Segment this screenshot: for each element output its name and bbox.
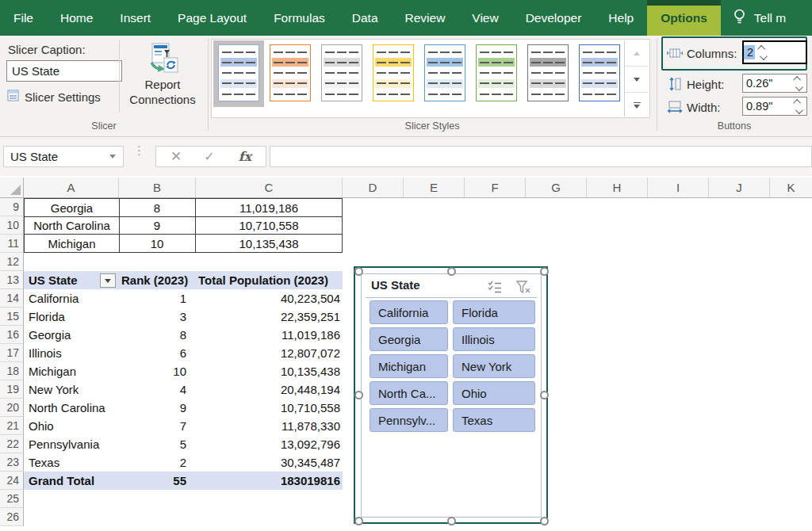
column-header-B[interactable]: B	[119, 178, 196, 197]
cell-C14[interactable]: 40,223,504	[196, 289, 343, 308]
column-header-K[interactable]: K	[770, 178, 812, 197]
tab-data[interactable]: Data	[339, 0, 392, 36]
slicer-style-green[interactable]	[476, 44, 517, 101]
cell-A22[interactable]: Pennsylvania	[24, 435, 119, 453]
name-box[interactable]: US State	[3, 146, 124, 167]
slicer-resize-handle[interactable]	[540, 391, 549, 399]
cell-C21[interactable]: 11,878,330	[196, 417, 343, 435]
cell-C16[interactable]: 11,019,186	[196, 326, 343, 344]
spinner-up-icon[interactable]	[793, 75, 801, 83]
cancel-icon[interactable]: ✕	[170, 148, 182, 165]
gallery-scroll-up[interactable]	[625, 40, 649, 67]
row-header-22[interactable]: 22	[0, 435, 24, 453]
slicer-caption-input[interactable]	[6, 60, 122, 82]
tab-options[interactable]: Options	[647, 0, 721, 36]
row-header-16[interactable]: 16	[0, 326, 24, 344]
column-header-A[interactable]: A	[24, 178, 119, 197]
cell-C17[interactable]: 12,807,072	[196, 344, 343, 362]
tab-developer[interactable]: Developer	[512, 0, 596, 36]
slicer-item-georgia[interactable]: Georgia	[370, 327, 448, 351]
spinner-up-icon[interactable]	[757, 44, 765, 52]
slicer-style-white-gray[interactable]	[321, 44, 362, 101]
row-header-21[interactable]: 21	[0, 417, 24, 435]
cell-grand-total-rank[interactable]: 55	[119, 472, 196, 490]
buttons-field-input-columns[interactable]: 2	[742, 40, 807, 64]
spinner-down-icon[interactable]	[795, 83, 802, 91]
cell-B13[interactable]: Rank (2023)	[119, 271, 196, 289]
cell-B19[interactable]: 4	[119, 380, 196, 399]
slicer-item-florida[interactable]: Florida	[453, 300, 535, 324]
cell-C13[interactable]: Total Population (2023)	[196, 271, 343, 289]
tab-review[interactable]: Review	[392, 0, 459, 36]
slicer-resize-handle[interactable]	[540, 267, 549, 276]
formula-bar-grip[interactable]: ⋮	[133, 147, 140, 154]
slicer-resize-handle[interactable]	[447, 517, 456, 525]
tab-file[interactable]: File	[0, 0, 47, 36]
cell-B11[interactable]: 10	[119, 235, 196, 253]
clear-filter-icon[interactable]	[514, 279, 533, 295]
column-header-C[interactable]: C	[196, 178, 343, 197]
slicer-resize-handle[interactable]	[354, 517, 363, 525]
cell-B23[interactable]: 2	[119, 453, 196, 472]
slicer-settings-button[interactable]: Slicer Settings	[7, 88, 101, 105]
cell-A11[interactable]: Michigan	[25, 235, 120, 253]
cell-B14[interactable]: 1	[119, 289, 196, 308]
cell-C11[interactable]: 10,135,438	[196, 235, 343, 253]
slicer-style-light-blue-2[interactable]	[579, 44, 620, 101]
cell-A17[interactable]: Illinois	[24, 344, 119, 362]
column-header-E[interactable]: E	[404, 178, 465, 197]
row-header-19[interactable]: 19	[0, 380, 24, 399]
cell-B10[interactable]: 9	[119, 216, 196, 235]
slicer-resize-handle[interactable]	[354, 391, 363, 399]
row-header-23[interactable]: 23	[0, 453, 24, 472]
row-header-18[interactable]: 18	[0, 362, 24, 380]
slicer-style-yellow[interactable]	[373, 44, 414, 101]
slicer-style-light-blue-selected[interactable]	[218, 44, 259, 101]
slicer-item-texas[interactable]: Texas	[453, 408, 535, 432]
slicer-style-blue[interactable]	[424, 44, 465, 101]
column-header-H[interactable]: H	[587, 178, 648, 197]
slicer-resize-handle[interactable]	[447, 267, 456, 276]
slicer-item-michigan[interactable]: Michigan	[370, 354, 448, 378]
cell-A19[interactable]: New York	[24, 380, 119, 399]
row-header-15[interactable]: 15	[0, 308, 24, 326]
row-header-24[interactable]: 24	[0, 472, 24, 490]
multi-select-icon[interactable]	[485, 279, 504, 295]
cell-B16[interactable]: 8	[119, 326, 196, 344]
cell-C10[interactable]: 10,710,558	[196, 216, 343, 235]
cell-C18[interactable]: 10,135,438	[196, 362, 343, 380]
gallery-scroll-down[interactable]	[625, 67, 649, 93]
cell-A15[interactable]: Florida	[24, 308, 119, 326]
insert-function-icon[interactable]: fx	[239, 149, 251, 164]
cell-A23[interactable]: Texas	[24, 453, 119, 472]
filter-dropdown-button[interactable]	[100, 273, 116, 288]
row-header-26[interactable]: 26	[0, 508, 24, 526]
enter-icon[interactable]: ✓	[204, 149, 214, 164]
cell-B9[interactable]: 8	[119, 199, 196, 217]
cell-B18[interactable]: 10	[119, 362, 196, 380]
cell-A18[interactable]: Michigan	[24, 362, 119, 380]
cell-C19[interactable]: 20,448,194	[196, 380, 343, 399]
tab-help[interactable]: Help	[595, 0, 647, 36]
column-header-D[interactable]: D	[343, 178, 404, 197]
slicer-item-california[interactable]: California	[370, 300, 448, 324]
slicer-item-pennsylv[interactable]: Pennsylv...	[370, 408, 448, 432]
cell-A16[interactable]: Georgia	[24, 326, 119, 344]
spinner-down-icon[interactable]	[760, 52, 768, 60]
cell-grand-total-label[interactable]: Grand Total	[24, 472, 119, 490]
tab-formulas[interactable]: Formulas	[260, 0, 339, 36]
cell-A14[interactable]: California	[24, 289, 119, 308]
cell-A10[interactable]: North Carolina	[25, 216, 120, 235]
row-header-20[interactable]: 20	[0, 399, 24, 417]
buttons-field-input-height[interactable]: 0.26"	[742, 74, 807, 93]
tab-home[interactable]: Home	[47, 0, 106, 36]
slicer-resize-handle[interactable]	[540, 517, 549, 525]
cell-C9[interactable]: 11,019,186	[196, 199, 343, 217]
column-header-F[interactable]: F	[465, 178, 526, 197]
tell-me-button[interactable]: Tell m	[721, 0, 786, 36]
name-box-dropdown-icon[interactable]	[109, 155, 116, 159]
tab-view[interactable]: View	[458, 0, 511, 36]
cell-A20[interactable]: North Carolina	[24, 399, 119, 417]
cell-A9[interactable]: Georgia	[25, 199, 120, 217]
row-header-10[interactable]: 10	[0, 216, 24, 235]
